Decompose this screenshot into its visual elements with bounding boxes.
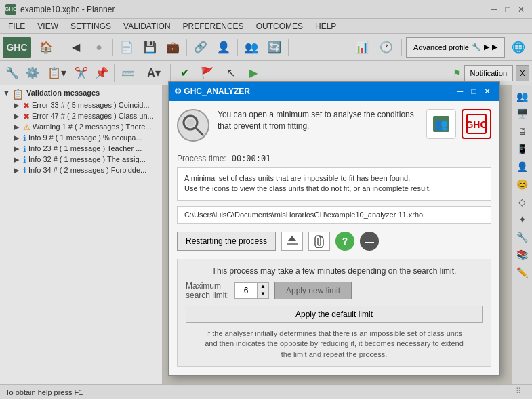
apply-new-limit-button[interactable]: Apply new limit <box>274 282 352 299</box>
view-results-button[interactable]: 👥 <box>426 109 456 139</box>
spinner-buttons: ▲ ▼ <box>257 283 268 298</box>
process-time-value: 00:00:01 <box>232 154 271 163</box>
process-time-row: Process time: 00:00:01 <box>177 150 491 167</box>
modal-maximize-button[interactable]: □ <box>467 85 480 98</box>
restart-process-button[interactable]: Restarting the process <box>177 232 276 251</box>
svg-point-2 <box>186 119 195 127</box>
modal-message-box: A minimal set of class units that are im… <box>177 167 491 201</box>
message-line-1: A minimal set of class units that are im… <box>184 173 484 184</box>
limit-row: Maximum search limit: ▲ ▼ Apply new limi… <box>186 281 483 300</box>
spinner-up-button[interactable]: ▲ <box>258 283 268 291</box>
limit-input[interactable] <box>235 283 257 298</box>
upload-button[interactable] <box>281 232 303 251</box>
modal-info-row: You can open a minimum set to analyse th… <box>177 109 491 142</box>
modal-action-row: Restarting the process ? — <box>177 232 491 251</box>
limit-title: This process may take a few minutes depe… <box>186 266 483 276</box>
svg-text:GHC: GHC <box>466 119 487 130</box>
modal-close-button[interactable]: ✕ <box>480 85 494 98</box>
modal-title-icon: ⚙ <box>174 87 182 96</box>
svg-rect-7 <box>287 243 298 245</box>
limit-note: If the analyser initially determines tha… <box>186 329 483 360</box>
help-button[interactable]: ? <box>335 232 354 251</box>
process-time-label: Process time: <box>177 154 226 163</box>
modal-title-text: GHC_ANALYZER <box>184 87 453 96</box>
stop-button[interactable]: — <box>360 232 379 251</box>
attach-button[interactable] <box>308 232 330 251</box>
analyzer-icon <box>177 109 209 142</box>
modal-title-bar: ⚙ GHC_ANALYZER ─ □ ✕ <box>169 82 499 101</box>
svg-text:👥: 👥 <box>434 118 448 131</box>
modal-overlay: ⚙ GHC_ANALYZER ─ □ ✕ You can open a mini… <box>0 0 532 399</box>
modal-action-icons: 👥 GHC <box>426 109 491 139</box>
modal-minimize-button[interactable]: ─ <box>453 85 467 98</box>
ghc-results-button[interactable]: GHC <box>462 109 491 139</box>
spinner-down-button[interactable]: ▼ <box>258 291 268 298</box>
modal-path-box: C:\Users\luisG\Documents\misHorariosGH\e… <box>177 206 491 224</box>
modal-dialog: ⚙ GHC_ANALYZER ─ □ ✕ You can open a mini… <box>168 81 500 376</box>
modal-limit-section: This process may take a few minutes depe… <box>177 259 491 367</box>
max-label-line2: search limit: <box>186 291 229 300</box>
modal-body: You can open a minimum set to analyse th… <box>169 101 499 375</box>
svg-marker-8 <box>288 236 296 241</box>
max-search-label: Maximum search limit: <box>186 281 229 300</box>
svg-line-1 <box>195 127 203 135</box>
message-line-2: Use the icons to view the class units th… <box>184 184 484 194</box>
limit-spinner: ▲ ▼ <box>234 282 269 299</box>
modal-intro-text: You can open a minimum set to analyse th… <box>218 109 418 132</box>
max-label-line1: Maximum <box>186 281 221 291</box>
apply-default-button[interactable]: Apply the default limit <box>186 306 483 323</box>
